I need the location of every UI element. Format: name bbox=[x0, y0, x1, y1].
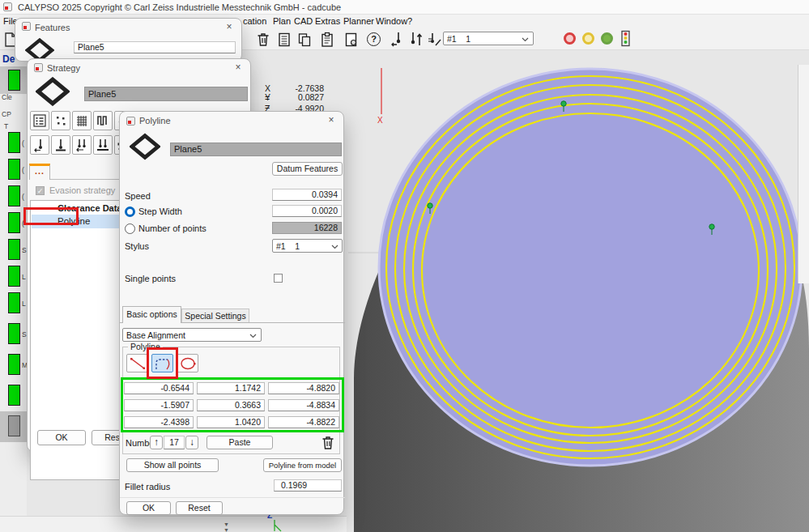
evasion-strategy-checkbox[interactable]: ✓ bbox=[36, 186, 45, 195]
base-alignment-select[interactable]: Base Alignment bbox=[122, 328, 262, 342]
probe-double-down-button[interactable] bbox=[93, 135, 113, 155]
annotation-point-table bbox=[121, 377, 344, 432]
strategy-grid-list-button[interactable] bbox=[30, 111, 49, 130]
stylus-selector-value: #1 1 bbox=[447, 34, 470, 44]
footer-divider bbox=[120, 497, 345, 498]
probe-approach-down-button[interactable] bbox=[51, 135, 70, 155]
number-of-points-label: Number of points bbox=[138, 223, 207, 233]
feature-row[interactable]: ( bbox=[0, 132, 27, 156]
list-view-icon[interactable] bbox=[276, 32, 292, 48]
sidebar-selected-row[interactable] bbox=[0, 66, 27, 94]
tab-basic-options[interactable]: Basic options bbox=[122, 306, 181, 323]
cylinder-top-face bbox=[379, 69, 802, 466]
single-points-checkbox[interactable] bbox=[274, 274, 283, 283]
help-icon[interactable]: ? bbox=[367, 32, 381, 46]
status-red-icon[interactable] bbox=[564, 32, 576, 45]
probe-up-down-icon[interactable] bbox=[408, 31, 424, 47]
polyline-dialog: Polyline × Plane5 Datum Features Speed 0… bbox=[119, 111, 344, 515]
row-label: S bbox=[22, 246, 27, 254]
polyline-reset-button[interactable]: Reset bbox=[176, 501, 223, 515]
feature-row[interactable]: L bbox=[0, 292, 27, 317]
menu-help[interactable]: ? bbox=[407, 16, 412, 26]
strategy-points-button[interactable] bbox=[51, 111, 70, 130]
features-dialog: Features × Plane5 bbox=[15, 18, 242, 62]
status-box-green bbox=[8, 132, 20, 153]
feature-row[interactable]: S bbox=[0, 239, 27, 263]
status-box-green bbox=[8, 323, 20, 344]
strategy-ok-button[interactable]: OK bbox=[37, 430, 86, 445]
number-input[interactable]: 17 bbox=[164, 436, 185, 449]
feature-row[interactable]: S bbox=[0, 323, 27, 347]
number-down-button[interactable]: ↓ bbox=[185, 436, 198, 449]
menu-extras[interactable]: Extras bbox=[315, 16, 340, 26]
traffic-light-icon[interactable] bbox=[620, 30, 632, 48]
single-points-label: Single points bbox=[125, 274, 176, 283]
show-all-points-button[interactable]: Show all points bbox=[126, 458, 219, 472]
base-alignment-value: Base Alignment bbox=[126, 330, 185, 340]
status-box-green bbox=[8, 70, 20, 91]
annotation-curve-button bbox=[147, 347, 178, 379]
menu-plan[interactable]: Plan bbox=[273, 16, 291, 26]
feature-row-inactive[interactable] bbox=[0, 411, 27, 442]
feature-row[interactable]: L bbox=[0, 266, 27, 290]
close-icon[interactable]: × bbox=[224, 21, 235, 32]
polyline-dialog-title: Polyline bbox=[139, 116, 171, 126]
strategy-dialog-title: Strategy bbox=[47, 63, 80, 73]
step-width-input[interactable]: 0.0020 bbox=[272, 205, 342, 217]
tab-special-settings[interactable]: Special Settings bbox=[181, 309, 249, 323]
fillet-radius-input[interactable]: 0.1969 bbox=[274, 479, 342, 492]
feature-name-input[interactable]: Plane5 bbox=[74, 41, 236, 53]
status-yellow-icon[interactable] bbox=[582, 32, 594, 45]
status-box-green bbox=[8, 159, 20, 180]
step-width-radio[interactable] bbox=[125, 206, 135, 217]
datum-features-button[interactable]: Datum Features bbox=[272, 162, 343, 176]
probe-change-icon[interactable] bbox=[426, 31, 442, 47]
menu-window[interactable]: Window bbox=[376, 16, 407, 26]
feature-row[interactable]: ( bbox=[0, 159, 27, 183]
stylus-select[interactable]: #1 1 bbox=[272, 239, 343, 253]
scroll-down-icon[interactable]: ▼ bbox=[224, 521, 229, 527]
delete-icon[interactable] bbox=[255, 32, 271, 48]
sidebar-label: Cle bbox=[2, 93, 12, 101]
feature-row[interactable] bbox=[0, 385, 27, 409]
speed-input[interactable]: 0.0394 bbox=[272, 189, 342, 201]
strategy-meander-button[interactable] bbox=[93, 111, 113, 130]
zeiss-dialog-icon bbox=[34, 63, 43, 72]
stylus-label: Stylus bbox=[125, 241, 149, 251]
status-box-green bbox=[8, 185, 20, 206]
scroll-down-icon[interactable]: ▼ bbox=[224, 527, 229, 532]
menu-planner[interactable]: Planner bbox=[343, 16, 374, 26]
feature-name-display: Plane5 bbox=[170, 143, 342, 156]
number-of-points-radio[interactable] bbox=[125, 223, 135, 234]
clipboard-icon[interactable] bbox=[319, 32, 335, 48]
paste-button[interactable]: Paste bbox=[207, 436, 273, 449]
feature-row[interactable]: M bbox=[0, 354, 27, 378]
segment-type-circle-button[interactable] bbox=[177, 354, 198, 372]
speed-label: Speed bbox=[125, 191, 151, 201]
status-box-green bbox=[8, 266, 20, 287]
certified-document-icon[interactable] bbox=[343, 32, 360, 48]
menu-cation[interactable]: cation bbox=[243, 16, 266, 26]
bottom-strip bbox=[0, 516, 347, 532]
strategy-grid-button[interactable] bbox=[72, 111, 92, 130]
delete-points-icon[interactable] bbox=[320, 435, 336, 451]
polyline-ok-button[interactable]: OK bbox=[126, 501, 171, 515]
probe-single-point-icon[interactable] bbox=[390, 31, 406, 47]
probe-double-left-button[interactable] bbox=[72, 135, 92, 155]
feature-row[interactable]: ( bbox=[0, 185, 27, 210]
stylus-selector[interactable]: #1 1 bbox=[443, 32, 534, 45]
close-icon[interactable]: × bbox=[232, 62, 244, 73]
polyline-from-model-button[interactable]: Polyline from model bbox=[263, 458, 342, 472]
y-axis-arrow-icon bbox=[271, 520, 284, 532]
status-green-icon[interactable] bbox=[601, 32, 613, 45]
number-up-button[interactable]: ↑ bbox=[150, 436, 163, 449]
segment-type-line-button[interactable] bbox=[126, 354, 148, 372]
strategy-tab-more[interactable]: ... bbox=[29, 164, 50, 180]
close-icon[interactable]: × bbox=[326, 114, 337, 126]
menu-cad[interactable]: CAD bbox=[294, 16, 313, 26]
stylus-select-value: #1 1 bbox=[276, 241, 300, 251]
copy-icon[interactable] bbox=[296, 32, 313, 48]
evasion-strategy-label: Evasion strategy bbox=[49, 185, 115, 195]
probe-approach-left-button[interactable] bbox=[30, 135, 49, 155]
x-axis-marker: X bbox=[377, 68, 383, 125]
